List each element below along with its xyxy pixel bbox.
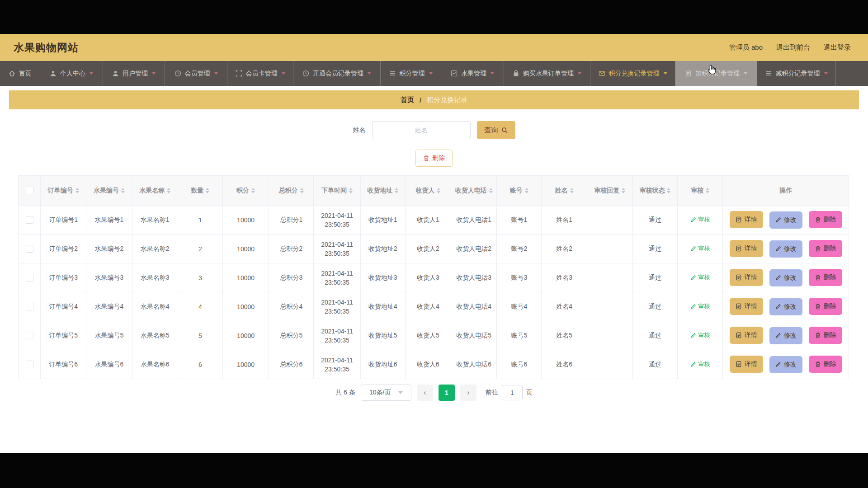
- delete-button[interactable]: 删除: [809, 269, 842, 286]
- nav-item-home[interactable]: 首页: [0, 61, 40, 86]
- cell-receiver: 收货人2: [405, 235, 451, 263]
- nav-item-fruit-management[interactable]: 水果管理: [441, 61, 504, 86]
- delete-button[interactable]: 删除: [809, 240, 842, 257]
- nav-item-user-management[interactable]: 用户管理: [103, 61, 165, 86]
- chevron-down-icon: [429, 72, 433, 75]
- nav-item-member-management[interactable]: 会员管理: [165, 61, 227, 86]
- nav-item-member-card-management[interactable]: 会员卡管理: [227, 61, 293, 86]
- detail-button[interactable]: 详情: [730, 269, 763, 286]
- cell-total-points: 总积分4: [269, 292, 314, 321]
- detail-button[interactable]: 详情: [730, 356, 763, 373]
- exit-to-front-link[interactable]: 退出到前台: [776, 43, 810, 52]
- cell-fruit-no: 水果编号5: [86, 321, 132, 350]
- edit-button[interactable]: 修改: [769, 298, 802, 315]
- edit-button[interactable]: 修改: [769, 211, 802, 229]
- col-quantity[interactable]: 数量: [178, 176, 222, 206]
- col-account[interactable]: 账号: [497, 176, 542, 206]
- col-audit[interactable]: 审核: [678, 176, 723, 206]
- nav-item-points-management[interactable]: 积分管理: [381, 61, 441, 86]
- row-checkbox[interactable]: [26, 245, 33, 253]
- prev-page-button[interactable]: ‹: [417, 385, 433, 401]
- admin-user-label[interactable]: 管理员 abo: [729, 43, 763, 52]
- user-icon: [50, 70, 57, 77]
- cell-actions: 详情 修改 删除: [723, 292, 849, 321]
- detail-button[interactable]: 详情: [730, 327, 763, 344]
- query-button[interactable]: 查询: [477, 121, 515, 139]
- col-review-reply[interactable]: 审核回复: [587, 176, 632, 206]
- col-review-status[interactable]: 审核状态: [632, 176, 677, 206]
- cell-receiver: 收货人5: [405, 321, 451, 350]
- sort-icon: [570, 188, 574, 193]
- detail-button[interactable]: 详情: [730, 240, 763, 257]
- nav-label: 积分兑换记录管理: [609, 70, 660, 78]
- detail-button[interactable]: 详情: [730, 211, 763, 228]
- trash-icon: [815, 361, 821, 367]
- goto-page-input[interactable]: [502, 385, 523, 400]
- audit-link[interactable]: 审核: [690, 216, 710, 224]
- col-receiver[interactable]: 收货人: [405, 176, 451, 206]
- cell-actions: 详情 修改 删除: [723, 350, 849, 379]
- col-order-no[interactable]: 订单编号: [41, 176, 86, 206]
- cell-order-no: 订单编号5: [41, 321, 86, 350]
- col-order-time[interactable]: 下单时间: [314, 176, 360, 206]
- pencil-icon: [775, 361, 781, 367]
- col-points[interactable]: 积分: [222, 176, 269, 206]
- audit-link[interactable]: 审核: [690, 331, 710, 339]
- cell-fruit-no: 水果编号2: [86, 235, 132, 263]
- name-search-input[interactable]: [372, 121, 471, 139]
- nav-item-personal-center[interactable]: 个人中心: [40, 61, 103, 86]
- audit-link[interactable]: 审核: [690, 244, 710, 253]
- current-page-button[interactable]: 1: [439, 385, 455, 401]
- list-icon: [389, 70, 396, 77]
- nav-item-subtract-points-record[interactable]: 减积分记录管理: [757, 61, 836, 86]
- cell-actions: 详情 修改 删除: [723, 206, 849, 235]
- chevron-down-icon: [214, 72, 218, 75]
- edit-button[interactable]: 修改: [769, 327, 802, 344]
- page-size-select[interactable]: 10条/页: [361, 385, 411, 401]
- chevron-down-icon: [744, 72, 747, 75]
- next-page-button[interactable]: ›: [460, 385, 476, 401]
- col-fruit-name[interactable]: 水果名称: [132, 176, 178, 206]
- nav-item-add-points-record[interactable]: 加积分记录管理: [675, 61, 757, 86]
- edit-button[interactable]: 修改: [769, 269, 802, 286]
- clock-icon: [175, 70, 181, 77]
- col-address[interactable]: 收货地址: [360, 176, 405, 206]
- cell-review-reply: [587, 263, 632, 292]
- audit-link[interactable]: 审核: [690, 302, 710, 310]
- document-icon: [685, 70, 692, 77]
- logout-link[interactable]: 退出登录: [824, 43, 851, 52]
- detail-button[interactable]: 详情: [730, 298, 763, 315]
- delete-button[interactable]: 删除: [809, 211, 842, 228]
- col-name[interactable]: 姓名: [542, 176, 587, 206]
- cell-checkbox: [19, 292, 41, 321]
- delete-button[interactable]: 删除: [809, 356, 842, 373]
- row-checkbox[interactable]: [26, 303, 33, 310]
- cell-account: 账号2: [497, 235, 542, 263]
- nav-item-open-member-record[interactable]: 开通会员记录管理: [293, 61, 381, 86]
- row-checkbox[interactable]: [26, 216, 33, 224]
- breadcrumb-home[interactable]: 首页: [401, 96, 414, 104]
- edit-button[interactable]: 修改: [769, 356, 802, 373]
- audit-link[interactable]: 审核: [690, 360, 710, 368]
- row-checkbox[interactable]: [26, 274, 33, 282]
- cell-total-points: 总积分2: [269, 235, 314, 263]
- delete-button[interactable]: 删除: [809, 327, 842, 344]
- cell-review-reply: [587, 206, 632, 235]
- bulk-delete-button[interactable]: 删除: [415, 150, 453, 167]
- row-checkbox[interactable]: [26, 361, 33, 368]
- nav-item-fruit-order-management[interactable]: 购买水果订单管理: [504, 61, 590, 86]
- col-fruit-no[interactable]: 水果编号: [86, 176, 132, 206]
- col-total-points[interactable]: 总积分: [269, 176, 314, 206]
- breadcrumb: 首页 / 积分兑换记录: [9, 90, 859, 109]
- cell-receiver: 收货人1: [405, 206, 451, 235]
- col-phone[interactable]: 收货人电话: [451, 176, 497, 206]
- nav-item-points-exchange-record[interactable]: 积分兑换记录管理: [590, 61, 675, 86]
- table-row: 订单编号1 水果编号1 水果名称1 1 10000 总积分1 2021-04-1…: [19, 206, 849, 235]
- select-all-checkbox[interactable]: [26, 187, 33, 194]
- table-row: 订单编号2 水果编号2 水果名称2 2 10000 总积分2 2021-04-1…: [19, 235, 849, 263]
- row-checkbox[interactable]: [26, 332, 33, 339]
- sort-icon: [167, 188, 170, 193]
- audit-link[interactable]: 审核: [690, 273, 710, 282]
- delete-button[interactable]: 删除: [809, 298, 842, 315]
- edit-button[interactable]: 修改: [769, 240, 802, 258]
